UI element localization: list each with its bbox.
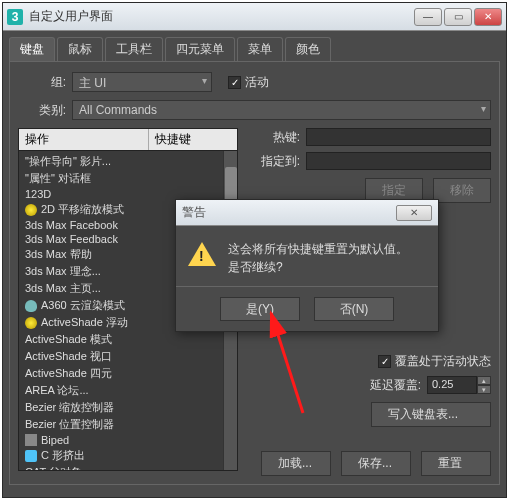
dialog-no-button[interactable]: 否(N) <box>314 297 394 321</box>
active-label: 活动 <box>245 74 269 91</box>
list-item: Bezier 缩放控制器 <box>19 399 237 416</box>
minimize-button[interactable]: — <box>414 8 442 26</box>
list-item: ActiveShade 模式 <box>19 331 237 348</box>
tab-menu[interactable]: 菜单 <box>237 37 283 61</box>
tab-toolbar[interactable]: 工具栏 <box>105 37 163 61</box>
bottom-buttons: 加载... 保存... 重置 <box>18 451 491 476</box>
list-item: AREA 论坛... <box>19 382 237 399</box>
dialog-titlebar: 警告 ✕ <box>176 200 438 226</box>
window-title: 自定义用户界面 <box>29 8 414 25</box>
col-action[interactable]: 操作 <box>19 129 149 150</box>
titlebar: 3 自定义用户界面 — ▭ ✕ <box>3 3 506 31</box>
col-shortcut[interactable]: 快捷键 <box>149 129 237 150</box>
biped-icon <box>25 434 37 446</box>
dialog-title: 警告 <box>182 204 396 221</box>
cloud-icon <box>25 300 37 312</box>
delay-label: 延迟覆盖: <box>370 377 427 394</box>
reset-button[interactable]: 重置 <box>421 451 491 476</box>
tab-bar: 键盘 鼠标 工具栏 四元菜单 菜单 颜色 <box>3 31 506 61</box>
window-controls: — ▭ ✕ <box>414 8 502 26</box>
dialog-yes-button[interactable]: 是(Y) <box>220 297 300 321</box>
delay-value[interactable]: 0.25 <box>427 376 477 394</box>
tab-quadmenu[interactable]: 四元菜单 <box>165 37 235 61</box>
spin-up-icon[interactable]: ▴ <box>477 376 491 385</box>
overlay-checkbox[interactable]: ✓ <box>378 355 391 368</box>
group-select[interactable]: 主 UI <box>72 72 212 92</box>
dialog-close-button[interactable]: ✕ <box>396 205 432 221</box>
warning-icon <box>188 242 216 266</box>
category-label: 类别: <box>18 102 72 119</box>
write-keyboard-button[interactable]: 写入键盘表... <box>371 402 491 427</box>
list-header: 操作 快捷键 <box>18 128 238 151</box>
tab-color[interactable]: 颜色 <box>285 37 331 61</box>
hotkey-input[interactable] <box>306 128 491 146</box>
close-button[interactable]: ✕ <box>474 8 502 26</box>
list-item: "操作导向" 影片... <box>19 153 237 170</box>
load-button[interactable]: 加载... <box>261 451 331 476</box>
overlay-label: 覆盖处于活动状态 <box>395 353 491 370</box>
bulb-icon <box>25 317 37 329</box>
dialog-message: 这会将所有快捷键重置为默认值。 是否继续? <box>228 240 408 276</box>
tab-mouse[interactable]: 鼠标 <box>57 37 103 61</box>
tab-keyboard[interactable]: 键盘 <box>9 37 55 61</box>
list-item: ActiveShade 视口 <box>19 348 237 365</box>
list-item: "属性" 对话框 <box>19 170 237 187</box>
category-select[interactable]: All Commands <box>72 100 491 120</box>
group-label: 组: <box>18 74 72 91</box>
list-item: ActiveShade 四元 <box>19 365 237 382</box>
maximize-button[interactable]: ▭ <box>444 8 472 26</box>
save-button[interactable]: 保存... <box>341 451 411 476</box>
delay-spinner[interactable]: 0.25 ▴▾ <box>427 376 491 394</box>
warning-dialog: 警告 ✕ 这会将所有快捷键重置为默认值。 是否继续? 是(Y) 否(N) <box>175 199 439 332</box>
active-checkbox[interactable]: ✓ <box>228 76 241 89</box>
hotkey-label: 热键: <box>250 129 306 146</box>
list-item: Bezier 位置控制器 <box>19 416 237 433</box>
spin-down-icon[interactable]: ▾ <box>477 385 491 394</box>
list-item: Biped <box>19 433 237 447</box>
remove-button[interactable]: 移除 <box>433 178 491 203</box>
assignto-label: 指定到: <box>250 153 306 170</box>
app-icon: 3 <box>7 9 23 25</box>
assignto-input[interactable] <box>306 152 491 170</box>
main-window: 3 自定义用户界面 — ▭ ✕ 键盘 鼠标 工具栏 四元菜单 菜单 颜色 组: … <box>2 2 507 498</box>
bulb-icon <box>25 204 37 216</box>
